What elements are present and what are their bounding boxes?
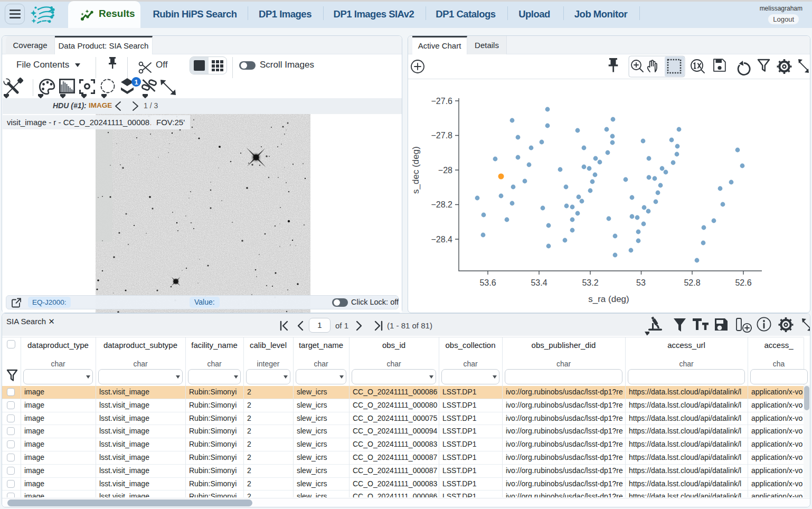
svg-text:−28: −28 — [438, 166, 452, 175]
svg-text:52.6: 52.6 — [735, 278, 751, 287]
svg-text:53: 53 — [636, 278, 646, 287]
svg-text:s_ra (deg): s_ra (deg) — [588, 294, 629, 304]
svg-text:53.4: 53.4 — [531, 278, 547, 287]
svg-text:−27.6: −27.6 — [431, 97, 453, 106]
svg-text:−28.4: −28.4 — [431, 235, 453, 244]
svg-text:53.6: 53.6 — [479, 278, 496, 287]
svg-text:53.2: 53.2 — [582, 278, 598, 287]
svg-text:52.8: 52.8 — [684, 278, 700, 287]
svg-text:s_dec (deg): s_dec (deg) — [411, 146, 421, 194]
svg-text:−27.8: −27.8 — [431, 131, 453, 140]
svg-text:1: 1 — [134, 78, 138, 86]
svg-text:−28.2: −28.2 — [431, 200, 453, 209]
